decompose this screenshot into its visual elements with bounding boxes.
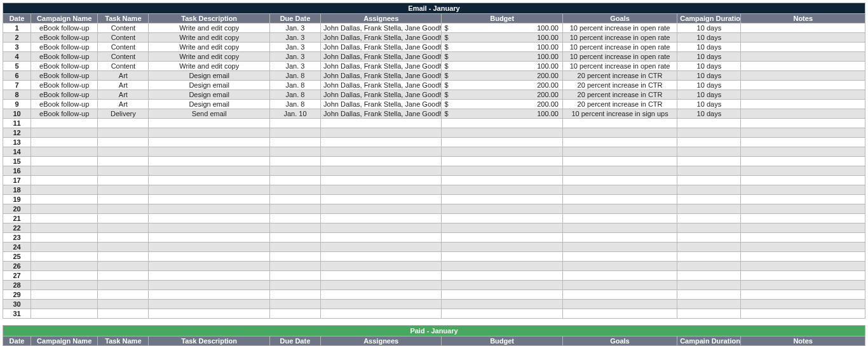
cell-assignees[interactable]: John Dallas, Frank Stella, Jane Goodhear…: [321, 109, 442, 119]
cell-empty[interactable]: [321, 300, 442, 309]
cell-empty[interactable]: [741, 223, 865, 233]
cell-empty[interactable]: [98, 300, 149, 309]
cell-due[interactable]: Jan. 8: [269, 81, 320, 90]
cell-desc[interactable]: Write and edit copy: [149, 43, 269, 52]
cell-campaign[interactable]: eBook follow-up: [31, 43, 98, 52]
cell-empty[interactable]: [98, 214, 149, 223]
cell-duration[interactable]: 10 days: [677, 100, 741, 109]
cell-notes[interactable]: [741, 43, 865, 52]
cell-assignees[interactable]: John Dallas, Frank Stella, Jane Goodhear…: [321, 62, 442, 71]
row-number[interactable]: 8: [3, 90, 31, 100]
cell-empty[interactable]: [31, 166, 98, 176]
row-number[interactable]: 26: [3, 262, 31, 271]
cell-budget[interactable]: $200.00: [442, 81, 562, 90]
cell-empty[interactable]: [149, 157, 269, 166]
cell-empty[interactable]: [741, 290, 865, 300]
row-number[interactable]: 20: [3, 204, 31, 214]
cell-empty[interactable]: [269, 166, 320, 176]
cell-empty[interactable]: [149, 281, 269, 290]
cell-empty[interactable]: [562, 147, 677, 157]
cell-budget[interactable]: $100.00: [442, 23, 562, 33]
cell-empty[interactable]: [269, 233, 320, 243]
cell-duration[interactable]: 10 days: [677, 33, 741, 43]
cell-assignees[interactable]: John Dallas, Frank Stella, Jane Goodhear…: [321, 33, 442, 43]
row-number[interactable]: 15: [3, 157, 31, 166]
cell-empty[interactable]: [677, 138, 741, 147]
cell-assignees[interactable]: John Dallas, Frank Stella, Jane Goodhear…: [321, 52, 442, 62]
cell-task[interactable]: Art: [98, 81, 149, 90]
cell-empty[interactable]: [321, 223, 442, 233]
cell-empty[interactable]: [98, 185, 149, 195]
cell-empty[interactable]: [442, 252, 562, 262]
cell-empty[interactable]: [98, 281, 149, 290]
row-number[interactable]: 6: [3, 71, 31, 81]
cell-task[interactable]: Art: [98, 90, 149, 100]
cell-due[interactable]: Jan. 8: [269, 71, 320, 81]
row-number[interactable]: 5: [3, 62, 31, 71]
cell-empty[interactable]: [562, 252, 677, 262]
row-number[interactable]: 2: [3, 33, 31, 43]
column-header[interactable]: Assignees: [321, 14, 442, 23]
cell-empty[interactable]: [677, 309, 741, 319]
cell-empty[interactable]: [98, 243, 149, 252]
cell-campaign[interactable]: eBook follow-up: [31, 90, 98, 100]
cell-empty[interactable]: [442, 281, 562, 290]
cell-empty[interactable]: [321, 157, 442, 166]
row-number[interactable]: 29: [3, 290, 31, 300]
cell-empty[interactable]: [98, 147, 149, 157]
cell-budget[interactable]: $100.00: [442, 52, 562, 62]
cell-empty[interactable]: [741, 204, 865, 214]
cell-duration[interactable]: 10 days: [677, 23, 741, 33]
cell-empty[interactable]: [321, 195, 442, 204]
cell-empty[interactable]: [269, 271, 320, 281]
row-number[interactable]: 24: [3, 243, 31, 252]
cell-empty[interactable]: [442, 309, 562, 319]
column-header[interactable]: Campaign Name: [31, 14, 98, 23]
cell-desc[interactable]: Write and edit copy: [149, 33, 269, 43]
cell-empty[interactable]: [562, 214, 677, 223]
cell-empty[interactable]: [677, 195, 741, 204]
cell-empty[interactable]: [269, 176, 320, 185]
cell-empty[interactable]: [31, 309, 98, 319]
cell-empty[interactable]: [98, 176, 149, 185]
cell-empty[interactable]: [149, 204, 269, 214]
cell-duration[interactable]: 10 days: [677, 71, 741, 81]
cell-empty[interactable]: [741, 185, 865, 195]
cell-desc[interactable]: Design email: [149, 81, 269, 90]
cell-empty[interactable]: [269, 223, 320, 233]
cell-campaign[interactable]: eBook follow-up: [31, 23, 98, 33]
cell-task[interactable]: Content: [98, 23, 149, 33]
cell-goals[interactable]: 10 percent increase in sign ups: [562, 109, 677, 119]
cell-duration[interactable]: 10 days: [677, 62, 741, 71]
cell-empty[interactable]: [741, 281, 865, 290]
cell-empty[interactable]: [149, 271, 269, 281]
cell-goals[interactable]: 20 percent increase in CTR: [562, 100, 677, 109]
cell-due[interactable]: Jan. 3: [269, 23, 320, 33]
cell-notes[interactable]: [741, 71, 865, 81]
cell-empty[interactable]: [269, 147, 320, 157]
cell-empty[interactable]: [31, 119, 98, 128]
cell-campaign[interactable]: eBook follow-up: [31, 109, 98, 119]
cell-task[interactable]: Art: [98, 71, 149, 81]
cell-assignees[interactable]: John Dallas, Frank Stella, Jane Goodhear…: [321, 23, 442, 33]
row-number[interactable]: 16: [3, 166, 31, 176]
cell-duration[interactable]: 10 days: [677, 52, 741, 62]
cell-empty[interactable]: [562, 309, 677, 319]
row-number[interactable]: 11: [3, 119, 31, 128]
cell-empty[interactable]: [321, 252, 442, 262]
cell-empty[interactable]: [321, 128, 442, 138]
cell-empty[interactable]: [98, 166, 149, 176]
cell-empty[interactable]: [677, 157, 741, 166]
cell-due[interactable]: Jan. 8: [269, 100, 320, 109]
cell-empty[interactable]: [98, 204, 149, 214]
cell-empty[interactable]: [149, 233, 269, 243]
cell-empty[interactable]: [321, 262, 442, 271]
cell-empty[interactable]: [269, 204, 320, 214]
cell-empty[interactable]: [321, 271, 442, 281]
cell-empty[interactable]: [31, 300, 98, 309]
column-header[interactable]: Campain Duration: [677, 336, 741, 346]
row-number[interactable]: 30: [3, 300, 31, 309]
cell-empty[interactable]: [562, 300, 677, 309]
cell-goals[interactable]: 10 percent increase in open rate: [562, 43, 677, 52]
cell-empty[interactable]: [31, 138, 98, 147]
